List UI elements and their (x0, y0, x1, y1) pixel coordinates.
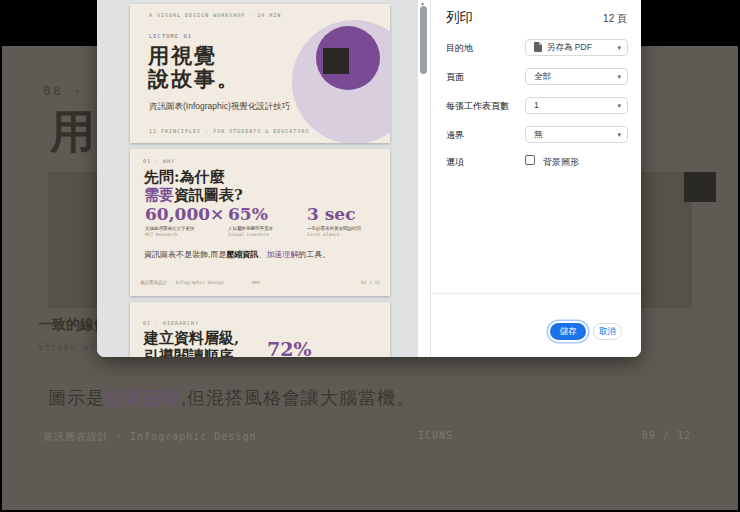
slide2-title-rest: 資訊圖表? (174, 186, 243, 204)
destination-row: 目的地 另存為 PDF ▾ (431, 39, 641, 56)
stat3-source: First Glance (307, 232, 361, 237)
margins-label: 邊界 (446, 129, 464, 142)
margins-value: 無 (534, 129, 543, 139)
stat2-caption: 人類屬於視覺型學習者 (228, 226, 273, 231)
background-dark-square (684, 172, 716, 202)
pages-per-sheet-label: 每張工作表頁數 (446, 100, 509, 113)
pages-per-sheet-value: 1 (534, 100, 539, 110)
slide2-footer-page: 02 / 12 (361, 280, 380, 285)
slide1-lecture-label: LECTURE 01 (149, 33, 192, 39)
slide2-title-line2: 需要資訊圖表? (144, 187, 243, 205)
statement-pre: 圖示是 (48, 388, 105, 408)
stat2-source: Visual Learners (228, 232, 273, 237)
slide2-stat-2: 65% 人類屬於視覺型學習者 Visual Learners (228, 204, 273, 237)
pages-label: 頁面 (446, 71, 464, 84)
margins-select[interactable]: 無 ▾ (525, 126, 628, 143)
destination-select[interactable]: 另存為 PDF ▾ (525, 39, 628, 56)
page-count: 12 頁 (603, 12, 627, 26)
slide3-stat: 72% (267, 338, 312, 357)
chevron-down-icon: ▾ (617, 69, 621, 85)
statement-highlight: 視覺捷徑 (105, 388, 181, 408)
preview-scrollbar-thumb[interactable] (420, 6, 427, 74)
pages-value: 全部 (534, 71, 551, 81)
slide2-footer-center: WHY (252, 280, 260, 285)
preview-slide-2: 01 · WHY 先問:為什麼 需要資訊圖表? 60,000× 大腦處理圖像比文… (130, 149, 390, 296)
chevron-down-icon: ▾ (617, 40, 621, 56)
footer-center: ICONS (418, 430, 453, 441)
background-graphics-checkbox[interactable] (525, 155, 535, 165)
slide2-stat-3: 3 sec 一張好圖表的黃金閱讀時間 First Glance (307, 204, 361, 237)
background-graphics-label: 背景圖形 (543, 156, 579, 169)
options-label: 選項 (446, 156, 464, 169)
footer-page-number: 09 / 12 (642, 430, 691, 441)
print-settings-pane: 列印 12 頁 目的地 另存為 PDF ▾ 頁面 全部 ▾ 每張工作表頁數 1 … (430, 0, 641, 357)
slide3-kicker: 02 · HIERARCHY (143, 320, 199, 326)
background-stroke-code: Stroke wi (38, 342, 96, 352)
slide2-stat-1: 60,000× 大腦處理圖像比文字更快 MIT Research (145, 204, 224, 237)
print-preview-pane: A VISUAL DESIGN WORKSHOP · 10 MIN LECTUR… (97, 0, 418, 357)
slide1-subtitle: 資訊圖表(Infographic)視覺化設計技巧 (149, 101, 290, 113)
dialog-title: 列印 (446, 9, 473, 27)
slide3-title: 建立資料層級, 引導閱讀順序 (144, 330, 239, 357)
options-row: 選項 背景圖形 (431, 155, 641, 169)
slide2-kicker: 01 · WHY (143, 158, 175, 164)
stat2-value: 65% (228, 204, 273, 224)
print-dialog: A VISUAL DESIGN WORKSHOP · 10 MIN LECTUR… (97, 0, 641, 357)
preview-slide-3: 02 · HIERARCHY 建立資料層級, 引導閱讀順序 72% (130, 302, 390, 357)
save-button[interactable]: 儲存 (550, 323, 586, 340)
statement-post: ,但混搭風格會讓大腦當機。 (181, 388, 415, 408)
stat1-caption: 大腦處理圖像比文字更快 (145, 226, 224, 231)
slide2-body-pre: 資訊圖表不是裝飾,而是 (144, 250, 226, 259)
cancel-button[interactable]: 取消 (593, 323, 622, 340)
slide2-body-em1: 壓縮資訊 (226, 250, 258, 259)
slide1-title-line2: 說故事。 (148, 67, 240, 90)
slide1-footnote: 12 PRINCIPLES · FOR STUDENTS & EDUCATORS (149, 128, 309, 134)
margins-row: 邊界 無 ▾ (431, 126, 641, 143)
destination-label: 目的地 (446, 42, 473, 55)
pages-per-sheet-select[interactable]: 1 ▾ (525, 97, 628, 114)
pages-select[interactable]: 全部 ▾ (525, 68, 628, 85)
slide3-title-line2: 引導閱讀順序 (144, 348, 239, 358)
footer-left: 資訊圖表設計 · Infographic Design (43, 430, 256, 444)
black-square-graphic (323, 48, 349, 74)
slide3-title-line1: 建立資料層級, (144, 330, 239, 348)
slide1-title-line1: 用視覺 (148, 44, 240, 67)
slide2-title-accent: 需要 (144, 186, 174, 204)
destination-value: 另存為 PDF (547, 42, 592, 52)
stat3-caption: 一張好圖表的黃金閱讀時間 (307, 226, 361, 231)
chevron-down-icon: ▾ (617, 127, 621, 143)
chevron-down-icon: ▾ (617, 98, 621, 114)
slide2-title: 先問:為什麼 需要資訊圖表? (144, 169, 243, 204)
slide1-kicker: A VISUAL DESIGN WORKSHOP · 10 MIN (149, 12, 281, 18)
slide2-footer-left: 資訊圖表設計 · Infographic Design (140, 280, 224, 285)
stat3-value: 3 sec (307, 204, 361, 224)
button-divider (431, 293, 641, 294)
slide1-title: 用視覺 說故事。 (148, 44, 240, 90)
stat1-source: MIT Research (145, 232, 224, 237)
slide2-body: 資訊圖表不是裝飾,而是壓縮資訊、加速理解的工具。 (144, 249, 330, 260)
slide2-body-em2: 加速理解 (266, 250, 298, 259)
preview-slide-1: A VISUAL DESIGN WORKSHOP · 10 MIN LECTUR… (130, 4, 390, 143)
pages-row: 頁面 全部 ▾ (431, 68, 641, 85)
pdf-document-icon (534, 42, 542, 52)
slide2-title-line1: 先問:為什麼 (144, 169, 243, 187)
pages-per-sheet-row: 每張工作表頁數 1 ▾ (431, 97, 641, 114)
slide2-body-post: 的工具。 (298, 250, 330, 259)
background-statement: 圖示是視覺捷徑,但混搭風格會讓大腦當機。 (48, 386, 415, 410)
stat1-value: 60,000× (145, 204, 224, 224)
preview-scrollbar-track[interactable]: ▲ (418, 0, 430, 357)
